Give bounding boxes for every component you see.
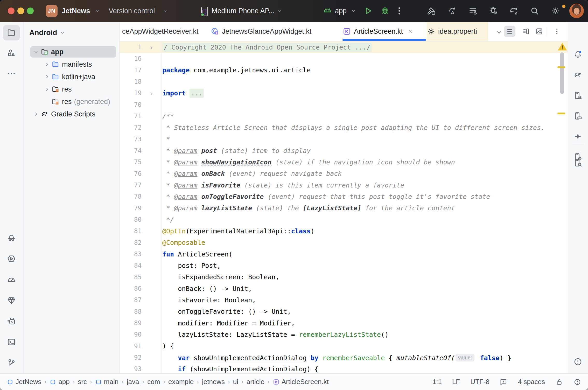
layout-inspector-button[interactable]	[570, 155, 586, 170]
code-line-89[interactable]: 89 modifier: Modifier = Modifier,	[120, 317, 568, 329]
file-encoding[interactable]: UTF-8	[470, 378, 489, 386]
code-line-72[interactable]: 72 * Stateless Article Screen that displ…	[120, 122, 568, 133]
code-line-86[interactable]: 86 onBack: () -> Unit,	[120, 283, 568, 294]
fold-arrow-icon[interactable]: ›	[142, 41, 162, 53]
code-editor[interactable]: 1›/ Copyright 2020 The Android Open Sour…	[120, 41, 568, 373]
resource-manager-button[interactable]	[3, 45, 20, 61]
tree-item-gradle-scripts[interactable]: Gradle Scripts	[24, 108, 119, 120]
warning-stripe-mark[interactable]	[557, 66, 565, 68]
todo-list-icon[interactable]	[468, 6, 478, 16]
code-line-77[interactable]: 77 * @param isFavorite (state) is this i…	[120, 179, 568, 191]
project-view-selector[interactable]: Android	[29, 29, 65, 37]
tree-item-app[interactable]: app	[24, 46, 119, 58]
user-avatar[interactable]	[569, 4, 584, 18]
chevron-right-icon[interactable]	[42, 74, 52, 80]
chevron-right-icon[interactable]	[42, 61, 52, 67]
preview-image-icon[interactable]	[535, 27, 543, 36]
caret-position[interactable]: 1:1	[432, 378, 442, 386]
profiler-button[interactable]	[3, 272, 20, 288]
warning-stripe-mark[interactable]	[557, 113, 565, 114]
editor-tab-idea-properti[interactable]: idea.properti	[427, 22, 488, 41]
chevron-right-icon[interactable]	[42, 86, 52, 92]
code-line-88[interactable]: 88 onToggleFavorite: () -> Unit,	[120, 306, 568, 317]
code-line-91[interactable]: 91) {	[120, 340, 568, 352]
notifications-bubble-icon[interactable]	[500, 378, 508, 386]
code-line-90[interactable]: 90 lazyListState: LazyListState = rememb…	[120, 329, 568, 340]
running-devices-button[interactable]	[3, 251, 20, 267]
project-button[interactable]	[3, 25, 20, 40]
split-editor-icon[interactable]	[522, 27, 530, 36]
code-line-78[interactable]: 78 * @param onToggleFavorite (event) req…	[120, 191, 568, 202]
breadcrumb-item-jetnews[interactable]: jetnews	[202, 378, 225, 386]
version-control-button[interactable]	[3, 355, 20, 371]
device-manager-button[interactable]	[570, 88, 586, 103]
chevron-down-icon[interactable]	[31, 49, 41, 55]
attach-debugger-icon[interactable]	[488, 6, 499, 16]
more-tool-windows-button[interactable]	[3, 66, 20, 81]
code-line-19[interactable]: 19›import ...	[120, 87, 568, 99]
breadcrumb-item-src[interactable]: src	[78, 378, 87, 386]
breadcrumb-item-article[interactable]: article	[247, 378, 264, 386]
code-line-73[interactable]: 73 *	[120, 134, 568, 145]
tree-item-res[interactable]: res(generated)	[24, 95, 119, 108]
more-actions-icon[interactable]	[394, 6, 404, 16]
breadcrumb-item-app[interactable]: app	[50, 378, 69, 386]
code-line-93[interactable]: 93 if (showUnimplementedActionDialog) {	[120, 363, 568, 373]
hidden-tabs-chevron[interactable]	[495, 28, 503, 36]
breadcrumb-item-jetnews[interactable]: JetNews	[7, 378, 41, 386]
app-inspection-button[interactable]	[3, 293, 20, 308]
code-line-80[interactable]: 80 */	[120, 214, 568, 225]
code-line-83[interactable]: 83fun ArticleScreen(	[120, 248, 568, 260]
inspections-status-icon[interactable]	[573, 378, 581, 386]
code-line-81[interactable]: 81@OptIn(ExperimentalMaterial3Api::class…	[120, 225, 568, 237]
warning-indicator-icon[interactable]	[558, 43, 567, 51]
breadcrumb-item-com[interactable]: com	[147, 378, 160, 386]
indent-setting[interactable]: 4 spaces	[518, 378, 545, 386]
run-configuration-selector[interactable]: app	[335, 0, 347, 22]
editor-tab-ceappwidgetreceiver-kt[interactable]: ceAppWidgetReceiver.kt	[120, 22, 206, 41]
sync-project-icon[interactable]: A	[447, 6, 457, 16]
problems-button[interactable]	[570, 354, 586, 369]
run-button[interactable]	[363, 6, 373, 16]
breadcrumb-item-articlescreen-kt[interactable]: ArticleScreen.kt	[273, 378, 329, 386]
tree-item-res[interactable]: res	[24, 83, 119, 95]
code-line-79[interactable]: 79 * @param lazyListState (state) the [L…	[120, 203, 568, 214]
code-line-1[interactable]: 1›/ Copyright 2020 The Android Open Sour…	[120, 41, 568, 53]
code-line-71[interactable]: 71/**	[120, 110, 568, 122]
editor-view-list-icon[interactable]	[504, 26, 515, 37]
fold-arrow-icon[interactable]: ›	[142, 87, 162, 99]
tree-item-kotlin-java[interactable]: kotlin+java	[24, 71, 119, 83]
line-ending[interactable]: LF	[452, 378, 460, 386]
code-line-85[interactable]: 85 isExpandedScreen: Boolean,	[120, 271, 568, 283]
code-line-92[interactable]: 92 var showUnimplementedActionDialog by …	[120, 352, 568, 363]
code-line-87[interactable]: 87 isFavorite: Boolean,	[120, 294, 568, 306]
breadcrumb-item-java[interactable]: java	[127, 378, 139, 386]
tab-options-kebab-icon[interactable]	[553, 27, 561, 36]
debug-button[interactable]	[380, 6, 390, 16]
app-quality-insights-button[interactable]	[3, 230, 20, 246]
code-line-74[interactable]: 74 * @param post (state) item to display	[120, 145, 568, 156]
vcs-menu[interactable]: Version control	[109, 0, 155, 22]
window-close-button[interactable]	[8, 8, 15, 14]
logcat-button[interactable]	[3, 314, 20, 329]
tree-item-manifests[interactable]: manifests	[24, 58, 119, 71]
window-zoom-button[interactable]	[27, 8, 34, 14]
breadcrumb-item-main[interactable]: main	[95, 378, 118, 386]
notifications-button[interactable]	[570, 47, 586, 62]
gradle-sync-icon[interactable]	[509, 6, 519, 16]
settings-icon[interactable]	[550, 6, 561, 16]
unlocked-padlock-icon[interactable]	[555, 378, 563, 386]
code-line-75[interactable]: 75 * @param showNavigationIcon (state) i…	[120, 156, 568, 168]
build-hammer-icon[interactable]	[426, 6, 437, 16]
code-line-82[interactable]: 82@Composable	[120, 237, 568, 248]
gemini-ai-button[interactable]	[570, 129, 586, 144]
code-line-84[interactable]: 84 post: Post,	[120, 260, 568, 271]
code-line-18[interactable]: 18	[120, 76, 568, 87]
running-devices-button[interactable]	[570, 108, 586, 123]
chevron-right-icon[interactable]	[31, 111, 41, 117]
editor-tab-articlescreen-kt[interactable]: ArticleScreen.kt	[342, 22, 426, 41]
editor-tab-jetnewsglanceappwidget-kt[interactable]: JetnewsGlanceAppWidget.kt	[211, 22, 332, 41]
code-line-76[interactable]: 76 * @param onBack (event) request navig…	[120, 168, 568, 179]
search-everywhere-icon[interactable]	[529, 6, 540, 16]
code-line-17[interactable]: 17package com.example.jetnews.ui.article	[120, 65, 568, 76]
